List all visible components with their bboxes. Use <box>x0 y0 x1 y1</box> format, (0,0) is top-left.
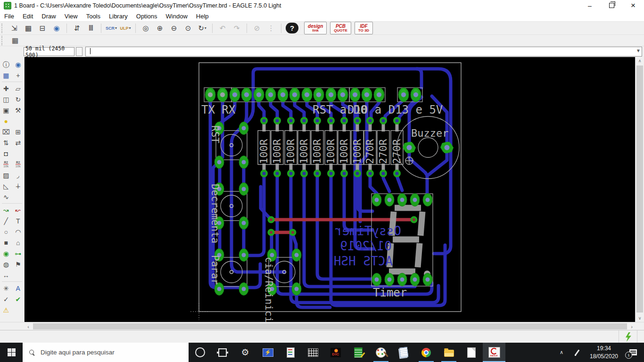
zoom-fit-icon[interactable]: ◎ <box>139 22 153 34</box>
header-pad[interactable] <box>374 88 384 102</box>
ulp-button[interactable]: ULP▾ <box>118 22 132 34</box>
rotate-icon[interactable]: ↻ <box>13 94 23 104</box>
chrome-icon[interactable] <box>415 343 438 362</box>
via-icon[interactable]: ◉ <box>1 248 11 258</box>
switch-schematic-icon[interactable]: ⇵ <box>70 22 84 34</box>
menu-file[interactable]: File <box>0 13 18 20</box>
display-pad[interactable] <box>397 194 407 206</box>
writer-icon[interactable] <box>460 343 483 362</box>
menu-edit[interactable]: Edit <box>18 13 37 20</box>
mirror-icon[interactable]: ◫ <box>1 94 11 104</box>
resistor[interactable]: 100R <box>311 117 323 177</box>
dimension-icon[interactable]: ↔ <box>1 270 11 280</box>
stop-icon[interactable]: ⊘ <box>250 22 264 34</box>
miter-icon[interactable]: ◞ <box>13 170 23 180</box>
zoom-redraw-icon[interactable]: ↻▾ <box>195 22 209 34</box>
zoom-in-icon[interactable]: ⊕ <box>153 22 167 34</box>
header-pad[interactable] <box>302 88 312 102</box>
resistor[interactable]: 270R <box>377 117 389 177</box>
value-icon[interactable]: R210k <box>13 159 23 169</box>
smash-icon[interactable]: ▨ <box>1 170 11 180</box>
design-link-button[interactable]: designlink <box>304 22 327 34</box>
display-pad[interactable] <box>385 273 394 286</box>
spreadsheet-icon[interactable] <box>302 343 324 362</box>
delete-icon[interactable]: ⌧ <box>1 127 11 137</box>
settings-icon[interactable]: ⚙ <box>234 343 256 362</box>
display-icon[interactable]: ◉ <box>13 59 23 69</box>
display-pad[interactable] <box>372 273 381 286</box>
header-pad[interactable] <box>205 88 215 102</box>
split-icon[interactable]: ◺ <box>1 181 11 191</box>
lock-icon[interactable]: ◘ <box>1 148 11 158</box>
redo-icon[interactable]: ↷ <box>230 22 244 34</box>
menu-window[interactable]: Window <box>162 13 192 20</box>
resistor[interactable]: 100R <box>338 117 350 177</box>
cortana-icon[interactable] <box>189 343 211 362</box>
eagle-icon[interactable]: EAGLE <box>483 343 505 362</box>
text-icon[interactable]: T <box>13 216 23 226</box>
ratsnest-icon[interactable]: ✳ <box>1 283 11 293</box>
explorer-icon[interactable] <box>438 343 460 362</box>
pcb-quote-button[interactable]: PCBQUOTE <box>330 22 351 34</box>
notification-button[interactable]: 1 <box>622 343 644 362</box>
zoom-select-icon[interactable]: ⊙ <box>181 22 195 34</box>
meander-icon[interactable]: ∿ <box>1 192 11 202</box>
display-pad[interactable] <box>410 273 420 286</box>
display-pad[interactable] <box>410 194 420 206</box>
open-icon[interactable]: ⇲ <box>7 22 21 34</box>
pinswap-icon[interactable]: ⇅ <box>1 138 11 148</box>
print-icon[interactable]: ⊟ <box>35 22 50 34</box>
horizontal-scroll-thumb[interactable] <box>33 323 627 329</box>
info-icon[interactable]: ⓘ <box>1 59 11 69</box>
command-input[interactable] <box>86 47 644 57</box>
resistor[interactable]: 100R <box>271 117 283 177</box>
resistor[interactable]: 100R <box>285 117 297 177</box>
display-pad[interactable] <box>385 194 394 206</box>
zoom-out-icon[interactable]: ⊖ <box>167 22 181 34</box>
header-pad[interactable] <box>411 88 421 102</box>
resistors[interactable]: 100R100R100R100R100R100R100R100R270R270R… <box>258 117 403 177</box>
header-pad[interactable] <box>314 88 324 102</box>
grid-button[interactable]: ▦ <box>10 36 20 45</box>
scroll-left-icon[interactable]: ‹ <box>25 322 32 330</box>
resistor[interactable]: 100R <box>258 117 270 177</box>
paint-icon[interactable] <box>370 343 392 362</box>
move-icon[interactable]: ✚ <box>1 83 11 93</box>
undo-icon[interactable]: ↶ <box>215 22 230 34</box>
attribute-icon[interactable]: ⚑ <box>13 259 23 269</box>
header-pad[interactable] <box>362 88 372 102</box>
taskbar-clock[interactable]: 19:34 18/05/2020 <box>586 345 622 360</box>
menu-options[interactable]: Options <box>132 13 162 20</box>
tray-chevron-button[interactable]: ∧ <box>553 343 570 362</box>
header-pad[interactable] <box>398 88 409 102</box>
warning-icon[interactable]: ⚠ <box>1 305 11 315</box>
replace-icon[interactable]: ⇄ <box>13 138 23 148</box>
minimize-button[interactable]: – <box>579 0 601 11</box>
errors-icon[interactable]: ✔ <box>13 294 23 304</box>
vertical-scroll-thumb[interactable] <box>636 66 643 313</box>
restore-button[interactable] <box>601 0 622 11</box>
rect-icon[interactable]: ■ <box>1 238 11 247</box>
close-button[interactable]: × <box>622 0 644 11</box>
board-canvas[interactable]: 100R100R100R100R100R100R100R100R270R270R… <box>25 57 636 322</box>
copy-icon[interactable]: ▱ <box>13 83 23 93</box>
tray-pen-button[interactable] <box>570 343 586 362</box>
menu-tools[interactable]: Tools <box>82 13 105 20</box>
command-dropdown-icon[interactable]: ▼ <box>636 48 641 53</box>
polygon-icon[interactable]: ⌂ <box>13 238 23 247</box>
layers-icon[interactable]: Ⅲ <box>84 22 98 34</box>
group-icon[interactable]: ▣ <box>1 105 11 115</box>
scroll-down-icon[interactable]: ∨ <box>636 314 644 322</box>
change-icon[interactable]: ⚒ <box>13 105 23 115</box>
scr-button[interactable]: SCR▾ <box>104 22 118 34</box>
signal-icon[interactable]: ⊶ <box>13 248 23 258</box>
display-pad[interactable] <box>397 273 407 286</box>
circle-icon[interactable]: ○ <box>1 227 11 237</box>
cam-icon[interactable]: ◉ <box>50 22 64 34</box>
autoroute-icon[interactable]: A <box>13 283 23 293</box>
name-icon[interactable]: R210k <box>1 159 11 169</box>
layer-settings-icon[interactable]: ▦ <box>1 70 11 80</box>
header-pad[interactable] <box>350 88 360 102</box>
save-icon[interactable]: ▦ <box>21 22 35 34</box>
header-pad[interactable] <box>254 88 264 102</box>
